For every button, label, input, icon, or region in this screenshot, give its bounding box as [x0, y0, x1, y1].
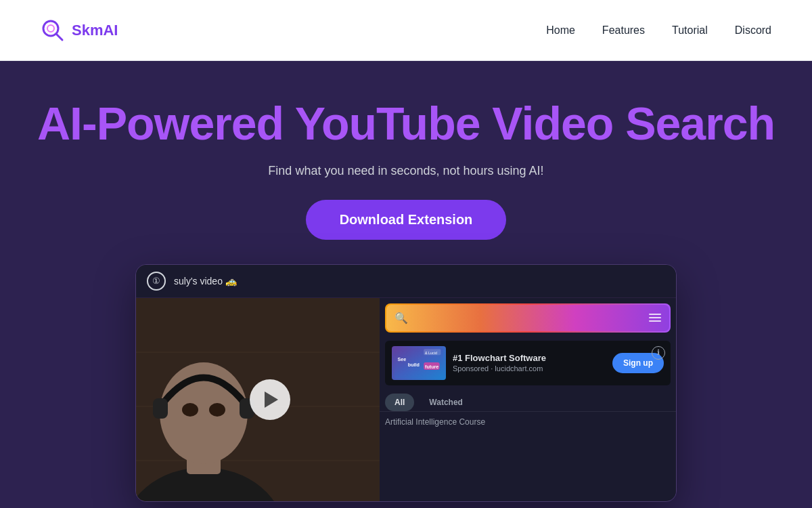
ext-ad-text: #1 Flowchart Software Sponsored · lucidc… — [453, 353, 606, 373]
logo-text: SkmAI — [72, 22, 118, 39]
video-content-area: 🔍 — [136, 298, 676, 501]
svg-rect-11 — [153, 398, 168, 419]
hero-title: AI-Powered YouTube Video Search — [37, 98, 775, 149]
svg-point-13 — [182, 403, 198, 417]
tab-all[interactable]: All — [385, 394, 414, 411]
svg-text:& Lucid: & Lucid — [425, 350, 437, 354]
ext-search-bar[interactable]: 🔍 — [385, 303, 671, 333]
svg-point-14 — [209, 403, 225, 417]
extension-panel: 🔍 — [380, 298, 676, 501]
menu-line-3 — [649, 320, 661, 322]
logo-icon — [41, 18, 65, 43]
ext-search-inner: 🔍 — [386, 305, 669, 331]
video-header-title: suly's video 🚕 — [174, 276, 237, 287]
video-header-bar: ① suly's video 🚕 — [136, 265, 676, 298]
nav-tutorial[interactable]: Tutorial — [672, 24, 708, 37]
svg-text:See: See — [398, 356, 407, 362]
ext-ad-subtitle: Sponsored · lucidchart.com — [453, 364, 606, 373]
play-triangle-icon — [265, 391, 278, 408]
menu-icon — [649, 314, 661, 322]
nav-discord[interactable]: Discord — [735, 24, 771, 37]
play-button[interactable] — [250, 379, 290, 420]
hero-section: AI-Powered YouTube Video Search Find wha… — [0, 61, 812, 502]
search-icon: 🔍 — [394, 312, 408, 324]
info-icon: ℹ — [652, 346, 665, 360]
svg-text:build: build — [408, 361, 420, 367]
download-extension-button[interactable]: Download Extension — [306, 200, 507, 240]
site-header: SkmAI Home Features Tutorial Discord — [0, 0, 812, 61]
video-thumbnail — [136, 298, 380, 501]
svg-point-2 — [47, 25, 54, 32]
nav-features[interactable]: Features — [602, 24, 645, 37]
main-nav: Home Features Tutorial Discord — [546, 24, 771, 37]
ad-graphic: See build future & Lucid — [394, 346, 443, 380]
ext-tabs: All Watched — [380, 388, 676, 412]
nav-home[interactable]: Home — [546, 24, 575, 37]
video-header-icon: ① — [147, 272, 166, 291]
tab-watched[interactable]: Watched — [420, 394, 472, 411]
svg-text:future: future — [425, 364, 438, 370]
ext-ad-area: See build future & Lucid #1 Flowchar — [385, 341, 671, 385]
logo-area[interactable]: SkmAI — [41, 18, 118, 43]
ext-ad-title: #1 Flowchart Software — [453, 353, 606, 363]
hero-subtitle: Find what you need in seconds, not hours… — [268, 164, 543, 178]
svg-line-1 — [56, 34, 62, 40]
menu-line-1 — [649, 314, 661, 315]
ext-list-label: Artificial Intelligence Course — [380, 412, 676, 429]
ext-ad-thumbnail: See build future & Lucid — [392, 346, 446, 380]
menu-line-2 — [649, 317, 661, 318]
video-preview: ① suly's video 🚕 — [135, 264, 677, 502]
